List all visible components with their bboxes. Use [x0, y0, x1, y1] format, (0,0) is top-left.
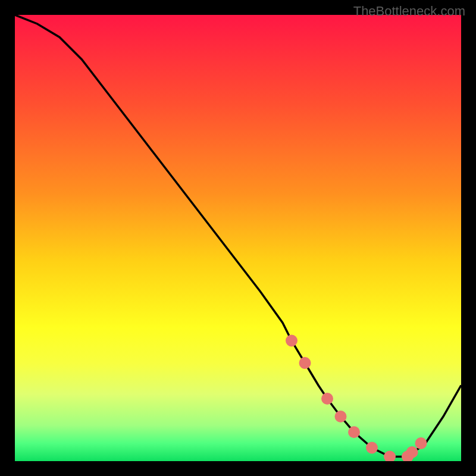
data-point — [384, 451, 396, 462]
chart-container: TheBottleneck.com — [0, 0, 476, 476]
data-point — [406, 446, 418, 458]
plot-area — [15, 15, 461, 461]
data-point — [321, 393, 333, 405]
data-point — [335, 411, 347, 422]
data-point — [299, 357, 311, 369]
data-point — [415, 437, 427, 449]
data-point — [366, 442, 378, 454]
watermark-text: TheBottleneck.com — [353, 4, 465, 19]
data-point — [286, 335, 298, 347]
data-dots — [15, 15, 461, 461]
data-point — [348, 426, 360, 438]
